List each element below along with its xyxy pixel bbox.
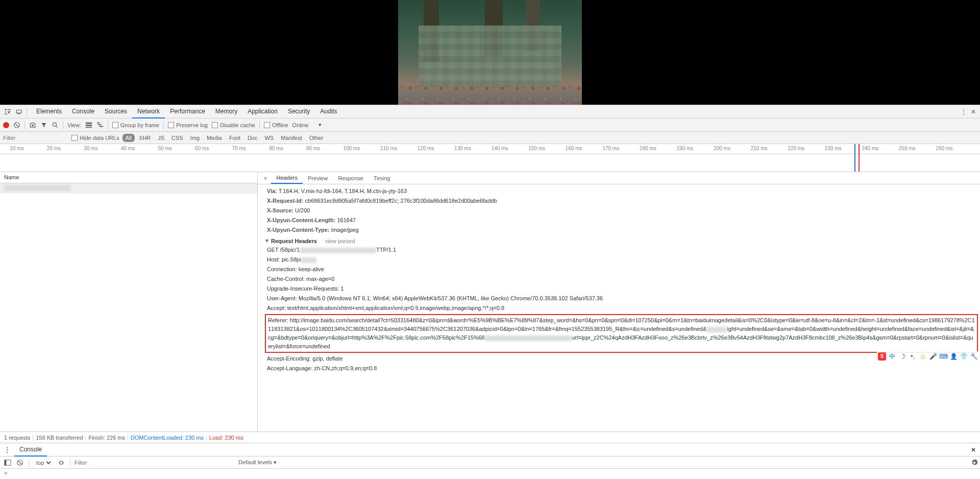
- timeline-tick: 130 ms: [454, 146, 471, 151]
- inspect-icon[interactable]: [4, 108, 11, 115]
- timeline-tick: 220 ms: [788, 146, 804, 151]
- network-timeline[interactable]: 10 ms20 ms30 ms40 ms50 ms60 ms70 ms80 ms…: [0, 144, 980, 172]
- details-tab-timing[interactable]: Timing: [369, 173, 396, 183]
- filter-type-font[interactable]: Font: [226, 134, 243, 142]
- headers-content[interactable]: Via: T.164.H, V.mix-hz-fdi-164, T.184.H,…: [258, 184, 980, 432]
- ime-wrench-icon[interactable]: 🔧: [970, 352, 978, 361]
- close-devtools-icon[interactable]: ✕: [971, 108, 976, 115]
- more-icon[interactable]: ⋮: [961, 108, 967, 115]
- devtools-panel: Elements Console Sources Network Perform…: [0, 105, 980, 479]
- tab-performance[interactable]: Performance: [165, 105, 210, 118]
- timeline-tick: 100 ms: [343, 146, 360, 151]
- console-drawer: ⋮ Console ✕ top Default levels ▾ >: [0, 443, 980, 479]
- search-icon[interactable]: [52, 122, 59, 129]
- clear-icon[interactable]: [13, 122, 20, 129]
- svg-rect-8: [99, 126, 103, 127]
- online-selector[interactable]: Online: [292, 122, 309, 128]
- tab-network[interactable]: Network: [132, 105, 165, 118]
- svg-rect-5: [86, 127, 92, 128]
- group-by-frame-checkbox[interactable]: Group by frame: [112, 122, 159, 128]
- filter-type-img[interactable]: Img: [187, 134, 203, 142]
- ime-smiley-icon[interactable]: ☺: [919, 352, 927, 361]
- console-settings-icon[interactable]: [971, 459, 978, 466]
- filter-type-ws[interactable]: WS: [261, 134, 277, 142]
- details-panel: × Headers Preview Response Timing Via: T…: [258, 172, 980, 432]
- timeline-tick: 30 ms: [84, 146, 97, 151]
- timeline-tick: 150 ms: [528, 146, 545, 151]
- tab-security[interactable]: Security: [283, 105, 315, 118]
- ime-toolbar[interactable]: S 中 ☽ •, ☺ 🎤 ⌨ 👤 👕 🔧: [877, 351, 979, 362]
- console-more-icon[interactable]: ⋮: [4, 446, 10, 453]
- ime-person-icon[interactable]: 👤: [949, 352, 958, 361]
- ime-keyboard-icon[interactable]: ⌨: [939, 352, 947, 361]
- ime-mic-icon[interactable]: 🎤: [929, 352, 937, 361]
- viewed-image: [398, 0, 582, 105]
- console-levels-dropdown[interactable]: Default levels ▾: [238, 459, 277, 466]
- load-marker: [859, 144, 860, 172]
- filter-type-other[interactable]: Other: [306, 134, 327, 142]
- capture-screenshot-icon[interactable]: [29, 122, 36, 129]
- console-clear-icon[interactable]: [16, 459, 23, 466]
- ime-punct-icon[interactable]: •,: [909, 352, 917, 361]
- console-prompt[interactable]: >: [0, 469, 980, 479]
- ime-moon-icon[interactable]: ☽: [898, 352, 906, 361]
- svg-rect-6: [97, 122, 100, 123]
- offline-checkbox[interactable]: Offline: [264, 122, 288, 128]
- tab-elements[interactable]: Elements: [31, 105, 67, 118]
- close-details-icon[interactable]: ×: [260, 173, 271, 183]
- filter-type-css[interactable]: CSS: [168, 134, 186, 142]
- request-list-header[interactable]: Name: [0, 172, 257, 183]
- tab-sources[interactable]: Sources: [100, 105, 132, 118]
- large-rows-icon[interactable]: [85, 122, 92, 129]
- header-via-value: T.164.H, V.mix-hz-fdi-164, T.184.H, M.ct…: [279, 188, 407, 194]
- timeline-tick: 60 ms: [195, 146, 209, 151]
- header-xupyun-type-name: X-Upyun-Content-Type:: [267, 227, 330, 233]
- filter-type-doc[interactable]: Doc: [244, 134, 261, 142]
- hide-data-urls-checkbox[interactable]: Hide data URLs: [71, 135, 119, 141]
- details-tab-response[interactable]: Response: [333, 173, 369, 183]
- timeline-tick: 250 ms: [899, 146, 916, 151]
- device-toggle-icon[interactable]: [15, 108, 22, 115]
- header-xsource-value: U/200: [295, 207, 310, 213]
- filter-toggle-icon[interactable]: [40, 122, 47, 129]
- timeline-tick: 140 ms: [492, 146, 508, 151]
- ime-lang-icon[interactable]: 中: [888, 352, 896, 361]
- filter-type-manifest[interactable]: Manifest: [278, 134, 305, 142]
- filter-type-js[interactable]: JS: [155, 134, 167, 142]
- details-tab-preview[interactable]: Preview: [303, 173, 333, 183]
- tab-memory[interactable]: Memory: [210, 105, 242, 118]
- console-tab[interactable]: Console: [14, 443, 47, 457]
- preserve-log-checkbox[interactable]: Preserve log: [168, 122, 208, 128]
- sogou-ime-icon[interactable]: S: [878, 352, 886, 361]
- timeline-tick: 50 ms: [158, 146, 172, 151]
- filter-type-media[interactable]: Media: [204, 134, 225, 142]
- console-context-dropdown[interactable]: top: [34, 459, 53, 466]
- eye-icon[interactable]: [58, 459, 65, 466]
- domcontentloaded-marker: [854, 144, 855, 172]
- request-row[interactable]: [0, 183, 257, 194]
- disable-cache-checkbox[interactable]: Disable cache: [212, 122, 255, 128]
- filter-type-all[interactable]: All: [122, 134, 135, 142]
- throttling-dropdown-icon[interactable]: ▾: [318, 122, 322, 128]
- details-tab-headers[interactable]: Headers: [271, 173, 303, 184]
- triangle-down-icon: [265, 240, 269, 243]
- timeline-tick: 240 ms: [862, 146, 878, 151]
- filter-type-xhr[interactable]: XHR: [136, 134, 154, 142]
- referer-highlight-box: Referer: http://image.baidu.com/search/d…: [265, 314, 978, 353]
- tab-console[interactable]: Console: [67, 105, 100, 118]
- console-sidebar-icon[interactable]: [4, 459, 11, 466]
- console-close-icon[interactable]: ✕: [971, 446, 976, 453]
- request-headers-section[interactable]: Request Headers view parsed: [263, 235, 980, 245]
- console-filter-input[interactable]: [70, 459, 233, 467]
- tab-audits[interactable]: Audits: [315, 105, 342, 118]
- ime-shirt-icon[interactable]: 👕: [960, 352, 968, 361]
- tab-application[interactable]: Application: [242, 105, 283, 118]
- waterfall-icon[interactable]: [96, 122, 104, 129]
- svg-rect-10: [5, 460, 7, 465]
- header-xupyun-type-value: image/jpeg: [331, 227, 359, 233]
- timeline-tick: 190 ms: [677, 146, 694, 151]
- record-button[interactable]: [3, 122, 9, 128]
- view-parsed-link[interactable]: view parsed: [325, 238, 355, 244]
- devtools-tab-bar: Elements Console Sources Network Perform…: [0, 105, 980, 118]
- filter-input[interactable]: [0, 134, 71, 142]
